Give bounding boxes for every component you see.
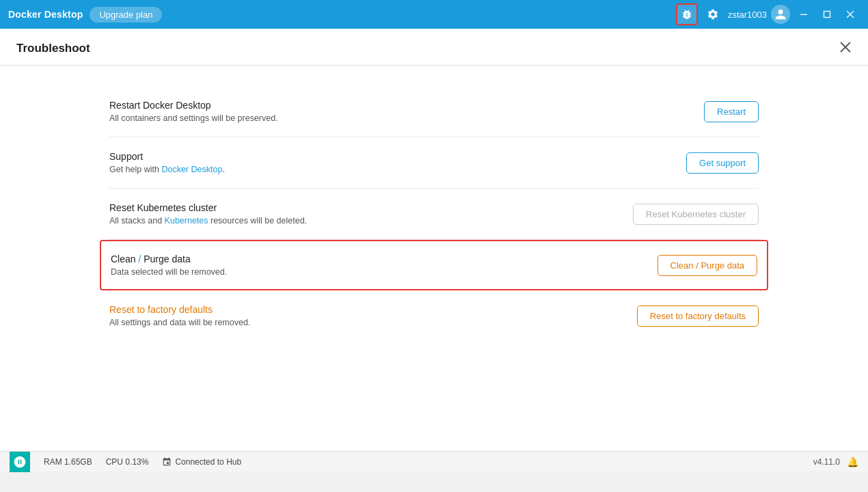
- app-name: Docker Desktop: [8, 9, 83, 20]
- cpu-label: CPU 0.13%: [106, 457, 149, 467]
- maximize-button[interactable]: [817, 5, 837, 24]
- factory-desc: All settings and data will be removed.: [109, 318, 250, 327]
- username-label: zstar1003: [728, 10, 767, 20]
- kubernetes-desc: All stacks and Kubernetes resources will…: [109, 216, 307, 226]
- clean-purge-row: Clean / Purge data Data selected will be…: [100, 240, 768, 290]
- update-icon: 🔔: [847, 456, 858, 467]
- clean-purge-button[interactable]: Clean / Purge data: [657, 255, 757, 276]
- support-info: Support Get help with Docker Desktop.: [109, 151, 225, 174]
- version-area: v4.11.0 🔔: [813, 456, 858, 467]
- factory-row: Reset to factory defaults All settings a…: [109, 290, 759, 341]
- panel-header: Troubleshoot: [0, 29, 868, 66]
- clean-purge-info: Clean / Purge data Data selected will be…: [111, 254, 227, 277]
- close-panel-button[interactable]: [839, 41, 852, 55]
- restart-desc: All containers and settings will be pres…: [109, 113, 278, 123]
- upgrade-button[interactable]: Upgrade plan: [90, 7, 162, 23]
- svg-rect-0: [800, 14, 807, 16]
- factory-defaults-button[interactable]: Reset to factory defaults: [637, 305, 759, 327]
- panel-title: Troubleshoot: [16, 42, 90, 55]
- restart-row: Restart Docker Desktop All containers an…: [109, 86, 759, 137]
- connection-label: Connected to Hub: [175, 457, 241, 467]
- troubleshoot-panel: Troubleshoot Restart Docker Desktop All …: [0, 29, 868, 472]
- titlebar-actions: zstar1003: [676, 3, 860, 25]
- support-title: Support: [109, 151, 225, 162]
- get-support-button[interactable]: Get support: [686, 152, 759, 174]
- factory-info: Reset to factory defaults All settings a…: [109, 304, 250, 327]
- titlebar: Docker Desktop Upgrade plan zstar1003: [0, 0, 868, 29]
- ram-label: RAM 1.65GB: [44, 457, 92, 467]
- statusbar: RAM 1.65GB CPU 0.13% Connected to Hub v4…: [0, 451, 868, 472]
- user-avatar: [771, 5, 790, 24]
- restart-title: Restart Docker Desktop: [109, 100, 278, 111]
- support-desc: Get help with Docker Desktop.: [109, 165, 225, 174]
- close-window-button[interactable]: [841, 5, 860, 24]
- restart-button[interactable]: Restart: [704, 101, 759, 122]
- user-area[interactable]: zstar1003: [728, 5, 790, 24]
- restart-info: Restart Docker Desktop All containers an…: [109, 100, 278, 123]
- connection-status: Connected to Hub: [162, 457, 241, 467]
- factory-title: Reset to factory defaults: [109, 304, 250, 315]
- clean-purge-title: Clean / Purge data: [111, 254, 227, 264]
- content-area: Restart Docker Desktop All containers an…: [0, 66, 868, 361]
- clean-purge-desc: Data selected will be removed.: [111, 267, 227, 277]
- support-row: Support Get help with Docker Desktop. Ge…: [109, 137, 759, 189]
- kubernetes-info: Reset Kubernetes cluster All stacks and …: [109, 202, 307, 226]
- svg-rect-1: [824, 12, 830, 18]
- window-area: Troubleshoot Restart Docker Desktop All …: [0, 29, 868, 472]
- kubernetes-row: Reset Kubernetes cluster All stacks and …: [109, 189, 759, 240]
- reset-kubernetes-button[interactable]: Reset Kubernetes cluster: [633, 204, 759, 225]
- version-label: v4.11.0: [813, 457, 840, 467]
- whale-icon: [10, 452, 30, 472]
- bug-icon-button[interactable]: [676, 3, 698, 25]
- settings-icon-button[interactable]: [702, 3, 724, 25]
- kubernetes-title: Reset Kubernetes cluster: [109, 202, 307, 213]
- minimize-button[interactable]: [794, 5, 813, 24]
